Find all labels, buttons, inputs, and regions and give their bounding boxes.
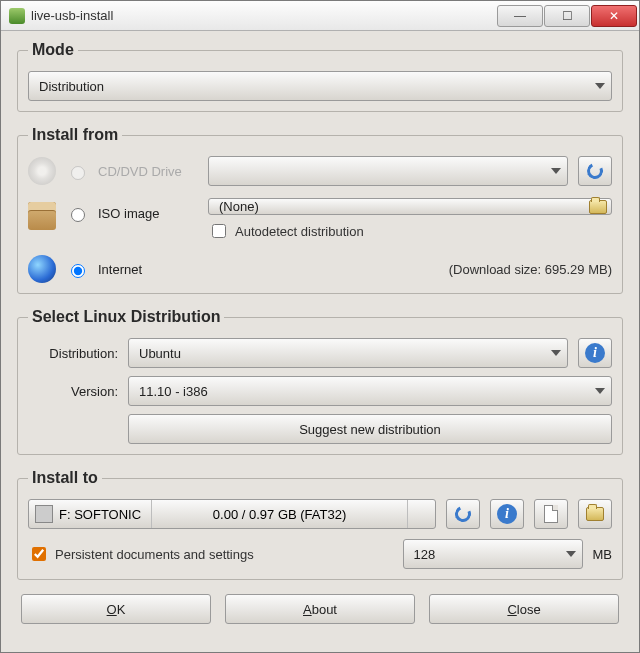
- info-icon: i: [585, 343, 605, 363]
- install-from-group: Install from CD/DVD Drive ISO image: [17, 126, 623, 294]
- autodetect-label: Autodetect distribution: [235, 224, 364, 239]
- distribution-label: Distribution:: [28, 346, 118, 361]
- persist-label: Persistent documents and settings: [55, 547, 254, 562]
- device-size: 0.00 / 0.97 GB (FAT32): [151, 500, 407, 528]
- install-to-group: Install to F: SOFTONIC 0.00 / 0.97 GB (F…: [17, 469, 623, 580]
- maximize-button[interactable]: ☐: [544, 5, 590, 27]
- source-iso-row: ISO image (None) Autodetect distribution: [28, 198, 612, 241]
- dialog-buttons: OK About Close: [17, 594, 623, 624]
- info-icon: i: [497, 504, 517, 524]
- device-new-button[interactable]: [534, 499, 568, 529]
- persist-checkbox[interactable]: [32, 547, 46, 561]
- distro-group: Select Linux Distribution Distribution: …: [17, 308, 623, 455]
- device-arrow: [407, 500, 431, 528]
- autodetect-row: Autodetect distribution: [208, 221, 612, 241]
- file-icon: [544, 505, 558, 523]
- persist-check-row: Persistent documents and settings: [28, 544, 393, 564]
- window-title: live-usb-install: [31, 8, 497, 23]
- source-cd-label: CD/DVD Drive: [98, 164, 198, 179]
- distribution-value: Ubuntu: [139, 346, 181, 361]
- mode-value: Distribution: [39, 79, 104, 94]
- source-internet-label: Internet: [98, 262, 198, 277]
- folder-icon: [589, 200, 607, 214]
- distribution-info-button[interactable]: i: [578, 338, 612, 368]
- version-row: Version: 11.10 - i386: [28, 376, 612, 406]
- window-controls: — ☐ ✕: [497, 5, 637, 27]
- source-iso-radio[interactable]: [71, 208, 85, 222]
- folder-icon: [586, 507, 604, 521]
- device-info-button[interactable]: i: [490, 499, 524, 529]
- close-button[interactable]: Close: [429, 594, 619, 624]
- version-value: 11.10 - i386: [139, 384, 208, 399]
- cd-drive-combo: [208, 156, 568, 186]
- iso-path-field[interactable]: (None): [208, 198, 612, 215]
- chevron-down-icon: [551, 350, 561, 356]
- version-label: Version:: [28, 384, 118, 399]
- source-cd-row: CD/DVD Drive: [28, 156, 612, 186]
- source-iso-label: ISO image: [98, 206, 198, 221]
- suggest-distribution-button[interactable]: Suggest new distribution: [128, 414, 612, 444]
- persist-size-value: 128: [414, 547, 436, 562]
- source-internet-radio[interactable]: [71, 264, 85, 278]
- suggest-row: Suggest new distribution: [28, 414, 612, 444]
- device-browse-button[interactable]: [578, 499, 612, 529]
- cd-refresh-button[interactable]: [578, 156, 612, 186]
- titlebar: live-usb-install — ☐ ✕: [1, 1, 639, 31]
- content-area: Mode Distribution Install from CD/DVD Dr…: [1, 31, 639, 652]
- mode-legend: Mode: [28, 41, 78, 59]
- install-from-legend: Install from: [28, 126, 122, 144]
- distro-legend: Select Linux Distribution: [28, 308, 224, 326]
- chevron-down-icon: [551, 168, 561, 174]
- autodetect-checkbox[interactable]: [212, 224, 226, 238]
- about-button[interactable]: About: [225, 594, 415, 624]
- app-icon: [9, 8, 25, 24]
- persist-row: Persistent documents and settings 128 MB: [28, 539, 612, 569]
- refresh-icon: [453, 504, 474, 525]
- refresh-icon: [585, 161, 606, 182]
- source-cd-radio: [71, 166, 85, 180]
- device-refresh-button[interactable]: [446, 499, 480, 529]
- device-name: F: SOFTONIC: [59, 507, 151, 522]
- device-row: F: SOFTONIC 0.00 / 0.97 GB (FAT32) i: [28, 499, 612, 529]
- iso-path-value: (None): [219, 199, 259, 214]
- minimize-button[interactable]: —: [497, 5, 543, 27]
- ok-button[interactable]: OK: [21, 594, 211, 624]
- iso-inner: (None) Autodetect distribution: [208, 198, 612, 241]
- version-combo[interactable]: 11.10 - i386: [128, 376, 612, 406]
- globe-icon: [28, 255, 56, 283]
- persist-size-combo[interactable]: 128: [403, 539, 583, 569]
- chevron-down-icon: [595, 83, 605, 89]
- mode-combo[interactable]: Distribution: [28, 71, 612, 101]
- cd-icon: [28, 157, 56, 185]
- drive-icon: [35, 505, 53, 523]
- device-combo[interactable]: F: SOFTONIC 0.00 / 0.97 GB (FAT32): [28, 499, 436, 529]
- chevron-down-icon: [566, 551, 576, 557]
- chevron-down-icon: [595, 388, 605, 394]
- distribution-combo[interactable]: Ubuntu: [128, 338, 568, 368]
- distribution-row: Distribution: Ubuntu i: [28, 338, 612, 368]
- mode-group: Mode Distribution: [17, 41, 623, 112]
- install-to-legend: Install to: [28, 469, 102, 487]
- download-size-text: (Download size: 695.29 MB): [449, 262, 612, 277]
- source-internet-row: Internet (Download size: 695.29 MB): [28, 255, 612, 283]
- close-window-button[interactable]: ✕: [591, 5, 637, 27]
- app-window: live-usb-install — ☐ ✕ Mode Distribution…: [0, 0, 640, 653]
- package-icon: [28, 202, 56, 230]
- persist-unit: MB: [593, 547, 613, 562]
